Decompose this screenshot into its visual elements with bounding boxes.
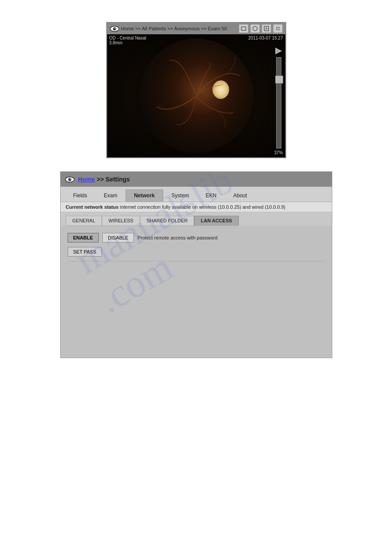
settings-title-rest: >> Settings (95, 176, 129, 183)
image-percent: 37% (274, 150, 283, 155)
tab-system[interactable]: System (163, 189, 198, 202)
tab-network[interactable]: Network (126, 189, 163, 202)
image-viewer: Home >> All Patients >> Anonymous >> Exa… (106, 22, 286, 158)
svg-point-2 (115, 28, 115, 29)
image-info-right: 2011-03-07 15:27 (248, 36, 283, 40)
sub-tabs: GENERAL WIRELESS SHARED FOLDER LAN ACCES… (61, 212, 332, 226)
top-panel: Home >> All Patients >> Anonymous >> Exa… (0, 22, 392, 158)
enable-button[interactable]: ENABLE (68, 233, 99, 243)
eye-icon (110, 25, 119, 32)
settings-eye-icon (65, 176, 75, 183)
settings-header: Home >> Settings (61, 172, 332, 187)
breadcrumb-text: Home >> All Patients >> Anonymous >> Exa… (121, 26, 227, 31)
lan-pass-row: SET PASS (68, 247, 325, 257)
viewer-toolbar (239, 24, 283, 33)
toolbar-icon-1[interactable] (239, 24, 248, 33)
sub-tab-lan-access[interactable]: LAN ACCESS (194, 216, 238, 226)
tab-fields[interactable]: Fields (65, 189, 96, 202)
disable-button[interactable]: DISABLE (102, 233, 134, 243)
network-status-value: internet connection fully available on w… (120, 204, 285, 210)
retina-circle (139, 39, 253, 153)
svg-point-1 (113, 27, 116, 30)
network-status-label: Current network status (66, 204, 119, 210)
main-nav-tabs: Fields Exam Network System EKN About (61, 187, 332, 202)
tab-about[interactable]: About (225, 189, 255, 202)
toolbar-icon-3[interactable] (262, 24, 271, 33)
svg-point-12 (70, 178, 71, 179)
network-status-bar: Current network status internet connecti… (61, 202, 332, 212)
slider-track[interactable] (276, 57, 281, 149)
retina-image (107, 34, 285, 157)
svg-point-11 (68, 178, 71, 181)
svg-rect-9 (277, 28, 279, 29)
viewer-breadcrumb: Home >> All Patients >> Anonymous >> Exa… (110, 25, 227, 32)
divider (68, 261, 325, 261)
sub-tab-shared-folder[interactable]: SHARED FOLDER (140, 216, 194, 226)
svg-rect-3 (241, 27, 246, 30)
lan-content: ENABLE DISABLE Protect remote access wit… (61, 226, 332, 358)
image-area: OD - Central Nasal 3.8mm 2011-03-07 15:2… (107, 34, 285, 157)
toolbar-icon-4[interactable] (273, 24, 283, 33)
settings-section: Home >> Settings Fields Exam Network Sys… (0, 171, 392, 358)
settings-title: Home >> Settings (78, 176, 130, 183)
toolbar-icon-2[interactable] (250, 24, 260, 33)
sub-tab-wireless[interactable]: WIRELESS (102, 216, 140, 226)
settings-panel: Home >> Settings Fields Exam Network Sys… (60, 171, 332, 358)
viewer-header: Home >> All Patients >> Anonymous >> Exa… (107, 23, 285, 34)
play-button[interactable] (275, 47, 282, 54)
vessels-svg (139, 39, 253, 153)
sub-tab-general[interactable]: GENERAL (66, 216, 102, 226)
svg-point-4 (253, 26, 257, 31)
tab-exam[interactable]: Exam (96, 189, 126, 202)
image-info-left: OD - Central Nasal 3.8mm (109, 36, 146, 45)
protect-label: Protect remote access with password (137, 235, 217, 240)
settings-home-link[interactable]: Home (78, 176, 95, 183)
lan-enable-row: ENABLE DISABLE Protect remote access wit… (68, 233, 325, 243)
tab-ekn[interactable]: EKN (198, 189, 225, 202)
set-pass-button[interactable]: SET PASS (68, 247, 102, 257)
image-slider[interactable] (274, 47, 283, 149)
slider-thumb[interactable] (275, 76, 283, 83)
